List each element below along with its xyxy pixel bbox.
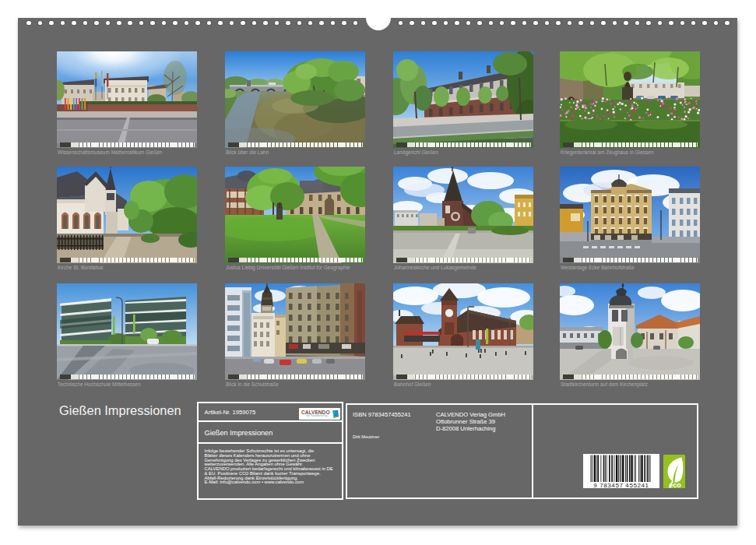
- svg-text:eco: eco: [669, 481, 681, 489]
- svg-text:9 783457 455241: 9 783457 455241: [593, 482, 649, 489]
